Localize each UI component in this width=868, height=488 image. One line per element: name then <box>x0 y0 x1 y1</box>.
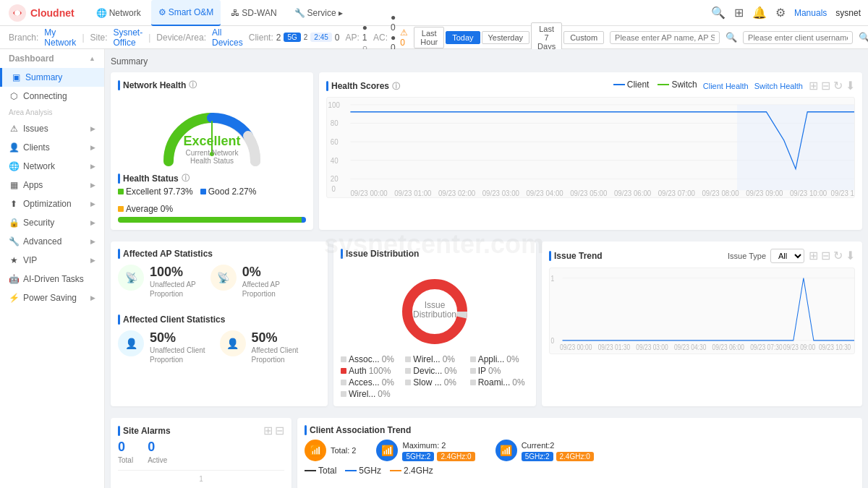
24ghz-legend: 2.4GHz <box>390 466 433 476</box>
issue-legend: Assoc...0% Wirel...0% Appli...0% Auth100… <box>341 354 529 399</box>
bar-excellent <box>118 217 302 223</box>
issue-trend-chart: 1 0 09/23 00:00 09/23 01:30 09/23 03:00 … <box>549 267 855 354</box>
security-icon: 🔒 <box>9 218 19 228</box>
trend-expand-btn2[interactable]: ⊟ <box>821 250 830 262</box>
expand-btn-1[interactable]: ⊞ <box>809 80 818 92</box>
yesterday-btn[interactable]: Yesterday <box>482 31 530 44</box>
manuals-link[interactable]: Manuals <box>794 8 827 18</box>
issue-distribution-card: Issue Distribution Issue Distribution <box>333 241 536 406</box>
expand-group-scores: ⊞ ⊟ ↻ ⬇ <box>809 80 855 92</box>
issue-type-select[interactable]: All <box>770 249 804 263</box>
sidebar-item-summary[interactable]: ▣ Summary <box>0 68 104 87</box>
branch-label: Branch: <box>9 33 38 43</box>
24ghz-line <box>390 470 401 471</box>
expand-btn-2[interactable]: ⊟ <box>821 80 830 92</box>
sidebar-item-security[interactable]: 🔒 Security ▶ <box>0 213 104 232</box>
svg-text:09/23 09:00: 09/23 09:00 <box>746 188 783 197</box>
custom-btn[interactable]: Custom <box>563 31 604 44</box>
alarm-expand-btn[interactable]: ⊞ <box>263 425 273 437</box>
ap-search-icon[interactable]: 🔍 <box>726 32 737 43</box>
grid-icon[interactable]: ⊞ <box>734 6 744 20</box>
sidebar-item-advanced[interactable]: 🔧 Advanced ▶ <box>0 232 104 251</box>
alarm-active-label: Active <box>148 456 167 464</box>
health-status-title: Health Status ⓘ <box>118 173 306 184</box>
max-5ghz-badge: 5GHz:2 <box>402 452 434 461</box>
health-legend: Excellent 97.73% Good 2.27% Average 0% <box>118 187 306 214</box>
content-area: Summary Network Health ⓘ <box>105 49 868 488</box>
health-scores-actions: Client Switch Client Health Switch Healt… <box>613 80 855 93</box>
client-health-link[interactable]: Client Health <box>703 82 749 90</box>
client-stat-unaffected: 👤 50% Unaffected ClientProportion <box>118 330 205 364</box>
legend-average: Average 0% <box>118 204 173 214</box>
ap-search-input[interactable] <box>610 31 720 44</box>
ap-client-stats-card: Affected AP Statistics 📡 100% Unaffected… <box>111 241 328 406</box>
last7days-btn[interactable]: Last 7 Days <box>531 22 562 53</box>
svg-text:09/23 10:30: 09/23 10:30 <box>819 343 851 351</box>
today-btn[interactable]: Today <box>446 31 480 44</box>
dashboard-chevron: ▲ <box>89 55 95 62</box>
sidebar-item-ai-tasks[interactable]: 🤖 AI-Driven Tasks <box>0 270 104 288</box>
download-btn[interactable]: ⬇ <box>846 80 855 92</box>
svg-text:0: 0 <box>550 336 554 345</box>
switch-health-link[interactable]: Switch Health <box>754 82 803 90</box>
sidebar-item-power-saving[interactable]: ⚡ Power Saving ▶ <box>0 288 104 307</box>
assoc-square <box>341 356 346 362</box>
trend-refresh-btn[interactable]: ↻ <box>833 250 843 262</box>
legend-devic: Devic...0% <box>405 366 464 376</box>
sidebar-item-network[interactable]: 🌐 Network ▶ <box>0 157 104 176</box>
svg-text:09/23 07:00: 09/23 07:00 <box>658 188 695 197</box>
network-health-card: Network Health ⓘ <box>111 72 313 230</box>
alarm-minimize-btn[interactable]: ⊟ <box>275 425 284 437</box>
advanced-chevron: ▶ <box>90 238 95 245</box>
last-hour-btn[interactable]: Last Hour <box>414 27 444 48</box>
time-filter: Last Hour Today Yesterday Last 7 Days Cu… <box>414 22 604 53</box>
gauge-wrapper: Excellent Current Network Health Status <box>154 96 270 168</box>
search-icon[interactable]: 🔍 <box>711 6 726 20</box>
switch-legend: Switch <box>658 80 697 90</box>
bell-icon[interactable]: 🔔 <box>752 6 767 20</box>
health-scores-chart: 100 80 60 40 20 0 09/23 00:00 09/23 01:0… <box>326 97 855 198</box>
health-scores-info-icon[interactable]: ⓘ <box>392 81 400 92</box>
nav-network[interactable]: 🌐 Network <box>89 0 148 26</box>
clients-icon: 👤 <box>9 142 19 153</box>
client-line <box>613 84 625 85</box>
legend-wirel1: Wirel...0% <box>405 354 464 364</box>
alarm-numbers: 0 Total 0 Active <box>118 440 284 464</box>
sidebar-item-issues[interactable]: ⚠ Issues ▶ <box>0 119 104 138</box>
network-health-info-icon[interactable]: ⓘ <box>189 80 197 90</box>
gauge-container: Excellent Current Network Health Status <box>118 96 306 168</box>
connecting-icon: ⬡ <box>9 91 19 101</box>
legend-slow: Slow ...0% <box>405 377 464 388</box>
alarm-active-value[interactable]: 0 <box>148 440 167 455</box>
site-value[interactable]: Sysnet-Office <box>114 27 143 48</box>
health-scores-title: Health Scores ⓘ <box>326 81 400 92</box>
sidebar-item-apps[interactable]: ▦ Apps ▶ <box>0 176 104 194</box>
sidebar-item-clients[interactable]: 👤 Clients ▶ <box>0 138 104 157</box>
legend-acces: Acces...0% <box>341 377 399 388</box>
excellent-dot <box>118 189 124 194</box>
smart-om-icon: ⚙ <box>158 7 166 17</box>
client-label: Client: <box>249 33 273 43</box>
client-search-input[interactable] <box>743 31 853 44</box>
trend-download-btn[interactable]: ⬇ <box>846 250 855 262</box>
nav-smart-om[interactable]: ⚙ Smart O&M <box>151 0 221 26</box>
row-health: Network Health ⓘ <box>111 72 862 236</box>
sidebar-dashboard-title[interactable]: Dashboard ▲ <box>0 49 104 68</box>
alarm-total-value[interactable]: 0 <box>118 440 133 455</box>
branch-value[interactable]: My Network <box>44 27 76 48</box>
health-status-info-icon[interactable]: ⓘ <box>182 173 190 184</box>
settings-icon[interactable]: ⚙ <box>775 6 786 20</box>
client-affected-icon: 👤 <box>220 330 246 356</box>
sidebar-item-vip[interactable]: ★ VIP ▶ <box>0 251 104 270</box>
sidebar-item-connecting[interactable]: ⬡ Connecting <box>0 87 104 106</box>
device-value[interactable]: All Devices <box>212 27 243 48</box>
client-search-icon[interactable]: 🔍 <box>859 32 868 43</box>
sidebar-item-optimization[interactable]: ⬆ Optimization ▶ <box>0 194 104 213</box>
switch-line <box>658 84 669 85</box>
trend-expand-btn1[interactable]: ⊞ <box>809 250 818 262</box>
legend-assoc: Assoc...0% <box>341 354 399 364</box>
auth-square <box>341 368 346 374</box>
refresh-btn[interactable]: ↻ <box>833 80 843 92</box>
assoc-total-label: Total: 2 <box>331 446 356 455</box>
apps-icon: ▦ <box>9 180 19 190</box>
